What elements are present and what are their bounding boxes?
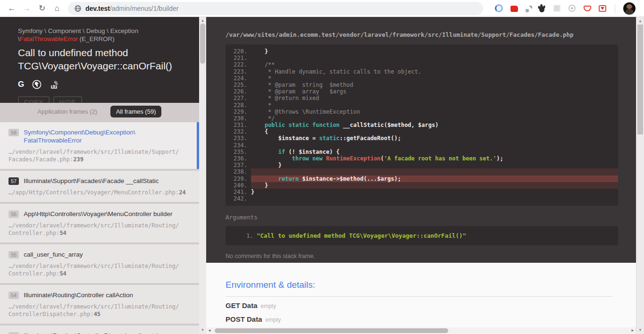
duckduckgo-search-icon[interactable]: [32, 80, 42, 89]
frame-head: 57 Illuminate\​Support\​Facades\​Facade …: [8, 177, 190, 185]
arguments-label: Arguments: [226, 214, 618, 221]
browser-menu-icon[interactable]: ⋮: [642, 3, 644, 13]
window-scroll-up-icon[interactable]: ▲: [636, 18, 644, 24]
environment-row-value: empty: [261, 303, 276, 309]
code-line: 223. * Handle dynamic, static calls to t…: [226, 68, 618, 75]
address-bar[interactable]: dev.test/admin/menus/1/builder: [68, 2, 483, 15]
gray-arrows-extension-icon[interactable]: [525, 5, 531, 12]
sidebar-scrollbar-thumb[interactable]: [200, 24, 205, 64]
stack-frames-list: 58 Symfony\​Component\​Debug\​Exception\…: [0, 120, 199, 334]
google-search-icon[interactable]: G: [18, 80, 24, 89]
line-number: 227.: [226, 95, 251, 101]
line-number: 235.: [226, 149, 251, 155]
window-scrollbar-thumb[interactable]: [637, 25, 643, 134]
line-number: 233.: [226, 135, 251, 142]
line-number: 229.: [226, 109, 251, 115]
frame-number-badge: 58: [8, 129, 19, 136]
exception-severity: (E_ERROR): [78, 35, 115, 42]
code-line: 229. * @throws \RuntimeException: [226, 109, 618, 115]
environment-heading: Environment & details:: [226, 280, 612, 290]
stackoverflow-search-icon[interactable]: [50, 80, 59, 89]
stack-sidebar: Symfony \ Component \ Debug \ Exception …: [0, 17, 199, 334]
gnome-foot-extension-icon[interactable]: [537, 4, 546, 13]
environment-row-label: GET Data: [226, 301, 258, 309]
frame-path: …/​vendor/​laravel/​framework/​src/​Illu…: [8, 222, 190, 237]
red-train-extension-icon[interactable]: [510, 4, 519, 13]
tab-all-frames[interactable]: All frames (59): [110, 106, 162, 117]
frame-head: 54 Illuminate\​Routing\​Controller callA…: [8, 291, 190, 299]
frame-head: 56 App\​Http\​Controllers\​Voyager\​Menu…: [8, 210, 190, 218]
line-source: }: [251, 162, 618, 168]
stack-frame[interactable]: 57 Illuminate\​Support\​Facades\​Facade …: [0, 171, 199, 202]
stack-frame[interactable]: 56 App\​Http\​Controllers\​Voyager\​Menu…: [0, 204, 199, 242]
scroll-right-icon[interactable]: ►: [629, 327, 636, 334]
line-number: 242.: [226, 195, 251, 202]
line-number: 225.: [226, 82, 251, 88]
gray-orbit-extension-icon[interactable]: [568, 4, 577, 13]
environment-row: POST Dataempty: [226, 315, 612, 324]
code-line: 242.: [226, 195, 618, 202]
line-source: }: [251, 48, 618, 55]
copy-button[interactable]: COPY: [18, 96, 50, 103]
environment-row-label: POST Data: [226, 315, 262, 323]
profile-avatar[interactable]: [623, 2, 636, 15]
stack-frame[interactable]: 58 Symfony\​Component\​Debug\​Exception\…: [0, 122, 199, 169]
line-source: [251, 55, 618, 61]
sidebar-scroll-up-icon[interactable]: ▲: [199, 18, 206, 24]
stack-frame[interactable]: 54 Illuminate\​Routing\​Controller callA…: [0, 285, 199, 324]
frame-number-badge: 53: [8, 332, 19, 334]
back-icon[interactable]: ←: [5, 1, 19, 16]
line-number: 224.: [226, 75, 251, 82]
frame-number-badge: 57: [8, 177, 19, 185]
code-block: 220. } 221. 222. /** 223. * Handle dynam…: [226, 44, 618, 206]
line-source: * @param string $method: [251, 82, 618, 88]
frame-file-path: /var/www/sites/admin.ecomm.test/vendor/l…: [226, 31, 618, 38]
url-host: dev.test: [85, 5, 110, 12]
line-source: }: [251, 182, 618, 189]
code-line: 225. * @param string $method: [226, 82, 618, 88]
frame-number-badge: 54: [8, 292, 19, 299]
browser-toolbar: ← → ↻ ⌂ dev.test/admin/menus/1/builder ⋮: [0, 0, 644, 17]
line-source: if (! $instance) {: [251, 149, 618, 155]
line-source: [251, 195, 618, 202]
stack-frame[interactable]: 53 Illuminate\​Routing\​ControllerDispat…: [0, 326, 199, 334]
sidebar-scroll-down-icon[interactable]: ▼: [199, 327, 206, 333]
scroll-left-icon[interactable]: ◄: [206, 327, 213, 334]
blue-swirl-extension-icon[interactable]: [494, 4, 503, 13]
horizontal-scrollbar[interactable]: ◄ ►: [206, 327, 636, 334]
line-number: 230.: [226, 115, 251, 122]
tab-application-frames[interactable]: Application frames (2): [38, 108, 97, 115]
window-scroll-down-icon[interactable]: ▼: [636, 327, 644, 333]
window-scrollbar[interactable]: ▲ ▼: [636, 17, 644, 334]
frame-title: Symfony\​Component\​Debug\​Exception\​Fa…: [24, 128, 190, 144]
horizontal-scrollbar-thumb[interactable]: [215, 328, 448, 333]
sidebar-scrollbar[interactable]: ▲ ▼: [199, 17, 206, 334]
site-info-globe-icon[interactable]: [75, 5, 81, 12]
code-line: 221.: [226, 55, 618, 61]
refresh-icon[interactable]: ↻: [35, 1, 49, 16]
line-source: */: [251, 115, 618, 122]
home-icon[interactable]: ⌂: [50, 1, 64, 16]
argument-item: 1."Call to undefined method TCG\Voyager\…: [226, 232, 618, 240]
gray-flower-extension-icon[interactable]: [552, 4, 561, 13]
line-source: [251, 142, 618, 149]
code-line: 240. }: [226, 182, 618, 189]
line-number: 228.: [226, 102, 251, 109]
line-source: *: [251, 102, 618, 109]
line-source: public static function __callStatic($met…: [251, 122, 618, 128]
red-box-extension-icon[interactable]: [598, 4, 607, 13]
stack-frame[interactable]: 55 call_user_func_array …/​vendor/​larav…: [0, 244, 199, 283]
line-number: 223.: [226, 68, 251, 75]
line-number: 220.: [226, 48, 251, 55]
argument-index: 1.: [226, 232, 257, 240]
code-line: 228. *: [226, 102, 618, 109]
code-line: 235. if (! $instance) {: [226, 149, 618, 155]
forward-icon[interactable]: →: [20, 1, 34, 16]
red-shield-extension-icon[interactable]: [583, 4, 592, 13]
argument-value: "Call to undefined method TCG\Voyager\Vo…: [257, 232, 466, 240]
line-source: }: [251, 189, 618, 195]
frame-path: …/​vendor/​laravel/​framework/​src/​Illu…: [8, 303, 190, 318]
hide-button[interactable]: HIDE: [53, 96, 82, 103]
exception-class-name: FatalThrowableError: [20, 35, 78, 42]
frame-head: 55 call_user_func_array: [8, 250, 190, 259]
